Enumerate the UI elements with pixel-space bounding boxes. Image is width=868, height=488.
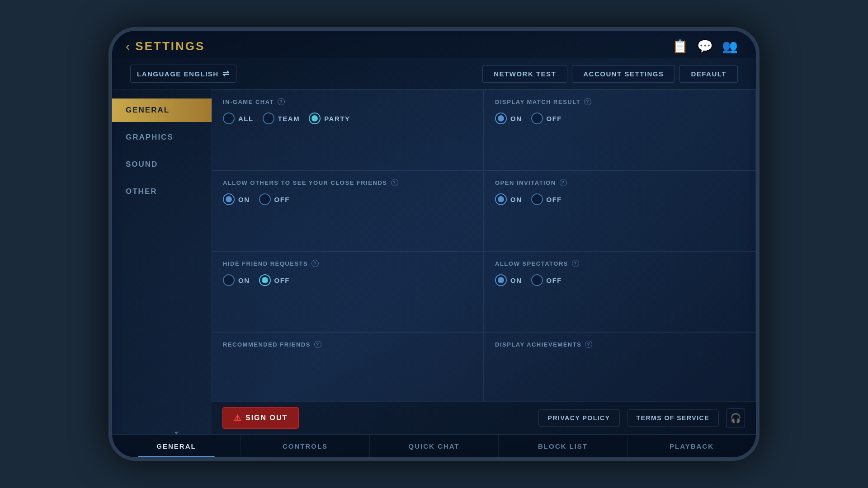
open-invitation-section: OPEN INVITATION ? ON OFF [484,170,756,251]
invitation-off-radio[interactable] [531,193,543,205]
content-area: IN-GAME CHAT ? ALL TEAM [212,89,756,434]
in-game-chat-options: ALL TEAM PARTY [223,113,472,124]
display-match-label: DISPLAY MATCH RESULT ? [495,98,745,105]
invitation-on-label: ON [510,196,522,203]
in-game-chat-label: IN-GAME CHAT ? [223,98,472,105]
tab-block-list[interactable]: BLOCK LIST [499,435,627,457]
display-match-options: ON OFF [495,113,745,124]
hide-friend-requests-options: ON OFF [223,274,472,286]
allow-others-off-option[interactable]: OFF [259,193,290,205]
tab-chevron: ⌄ [173,427,180,436]
spectators-on-label: ON [510,277,522,284]
display-match-help[interactable]: ? [584,98,591,105]
invitation-off-option[interactable]: OFF [531,193,562,205]
spectators-off-option[interactable]: OFF [531,274,562,286]
chat-party-option[interactable]: PARTY [309,113,350,124]
friends-icon[interactable]: 👥 [722,39,738,54]
allow-spectators-label: ALLOW SPECTATORS ? [495,260,745,267]
open-invitation-label: OPEN INVITATION ? [495,179,745,186]
recommended-friends-section: RECOMMENDED FRIENDS ? [212,332,484,401]
match-on-radio[interactable] [495,113,507,124]
allow-spectators-help[interactable]: ? [572,260,579,267]
hide-friend-requests-section: HIDE FRIEND REQUESTS ? ON OFF [212,251,484,332]
allow-others-on-option[interactable]: ON [223,193,250,205]
open-invitation-options: ON OFF [495,193,745,205]
tab-general[interactable]: ⌄ GENERAL [112,435,241,457]
chat-party-radio[interactable] [309,113,321,124]
achievements-help[interactable]: ? [585,341,592,348]
recommended-help[interactable]: ? [314,341,321,348]
hide-off-radio[interactable] [259,274,271,286]
default-button[interactable]: DEFAULT [679,65,738,83]
network-test-button[interactable]: NETWORK TEST [482,65,567,83]
spectators-on-radio[interactable] [495,274,507,286]
allow-spectators-options: ON OFF [495,274,745,286]
invitation-on-radio[interactable] [495,193,507,205]
sign-out-button[interactable]: ⚠ SIGN OUT [222,407,299,429]
chat-team-radio[interactable] [263,113,274,124]
chat-all-radio[interactable] [223,113,235,124]
recommended-friends-label: RECOMMENDED FRIENDS ? [223,341,472,348]
open-invitation-help[interactable]: ? [560,179,567,186]
display-match-result-section: DISPLAY MATCH RESULT ? ON OFF [484,89,756,170]
terms-of-service-button[interactable]: TERMS OF SERVICE [627,409,719,427]
clipboard-icon[interactable]: 📋 [672,39,688,54]
match-off-radio[interactable] [531,113,543,124]
tab-block-list-label: BLOCK LIST [538,442,588,450]
hide-friends-help[interactable]: ? [311,260,319,267]
spectators-off-label: OFF [547,277,562,284]
hide-off-option[interactable]: OFF [259,274,290,286]
header: ‹ SETTINGS 📋 💬 👥 [112,31,756,58]
header-left: ‹ SETTINGS [126,39,205,54]
chat-all-option[interactable]: ALL [223,113,254,124]
back-button[interactable]: ‹ [126,39,130,54]
sidebar-item-sound[interactable]: SOUND [112,153,212,176]
display-achievements-label: DISPLAY ACHIEVEMENTS ? [495,341,745,348]
in-game-chat-help[interactable]: ? [278,98,285,105]
spectators-on-option[interactable]: ON [495,274,522,286]
hide-on-option[interactable]: ON [223,274,250,286]
page-title: SETTINGS [135,39,205,53]
account-settings-button[interactable]: ACCOUNT SETTINGS [572,65,675,83]
match-on-label: ON [510,115,522,122]
bottom-actions: ⚠ SIGN OUT PRIVACY POLICY TERMS OF SERVI… [212,401,756,434]
sidebar-item-general[interactable]: GENERAL [112,99,212,122]
match-on-option[interactable]: ON [495,113,522,124]
spectators-off-radio[interactable] [531,274,543,286]
match-off-option[interactable]: OFF [531,113,562,124]
language-button[interactable]: LANGUAGE ENGLISH ⇌ [130,65,236,83]
sidebar-item-other[interactable]: OTHER [112,180,212,203]
tab-general-label: GENERAL [156,442,196,450]
language-icon: ⇌ [222,69,230,79]
hide-friend-requests-label: HIDE FRIEND REQUESTS ? [223,260,472,267]
hide-on-label: ON [238,277,250,284]
in-game-chat-section: IN-GAME CHAT ? ALL TEAM [212,89,484,170]
chat-icon[interactable]: 💬 [697,39,713,54]
chat-team-option[interactable]: TEAM [263,113,300,124]
tab-quick-chat[interactable]: QUICK CHAT [370,435,499,457]
invitation-off-label: OFF [547,196,562,203]
chat-all-label: ALL [238,115,254,122]
headset-button[interactable]: 🎧 [726,408,745,427]
bottom-tabs: ⌄ GENERAL CONTROLS QUICK CHAT BLOCK LIST… [112,434,756,457]
hide-on-radio[interactable] [223,274,235,286]
allow-others-label: ALLOW OTHERS TO SEE YOUR CLOSE FRIENDS ? [223,179,472,186]
allow-others-on-radio[interactable] [223,193,235,205]
allow-others-off-radio[interactable] [259,193,271,205]
match-off-label: OFF [547,115,562,122]
display-achievements-section: DISPLAY ACHIEVEMENTS ? [484,332,756,401]
sidebar: GENERAL GRAPHICS SOUND OTHER [112,89,212,434]
allow-others-options: ON OFF [223,193,472,205]
tab-controls-label: CONTROLS [283,442,328,450]
chat-team-label: TEAM [278,115,300,122]
privacy-policy-button[interactable]: PRIVACY POLICY [538,409,620,427]
sidebar-item-graphics[interactable]: GRAPHICS [112,126,212,149]
tab-quick-chat-label: QUICK CHAT [408,442,459,450]
allow-others-help[interactable]: ? [391,179,398,186]
tab-playback[interactable]: PLAYBACK [627,435,756,457]
tab-playback-label: PLAYBACK [670,442,714,450]
invitation-on-option[interactable]: ON [495,193,522,205]
hide-off-label: OFF [274,277,290,284]
allow-others-section: ALLOW OTHERS TO SEE YOUR CLOSE FRIENDS ?… [212,170,484,251]
tab-controls[interactable]: CONTROLS [241,435,370,457]
